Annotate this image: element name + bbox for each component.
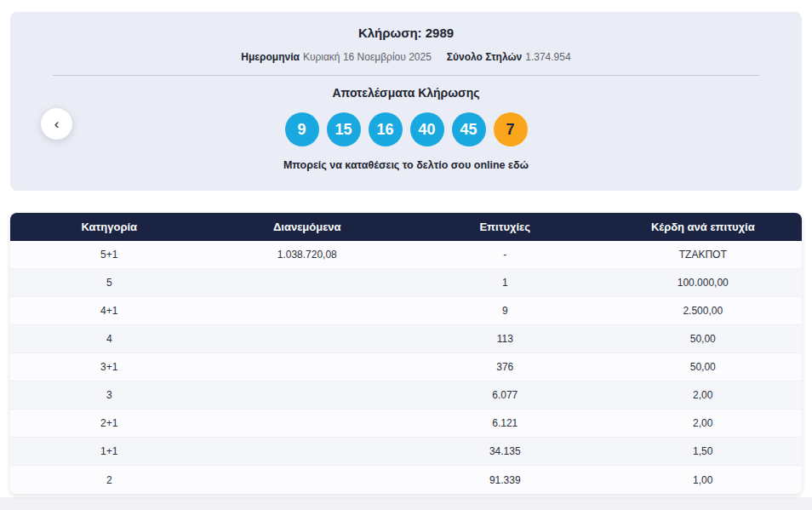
page-background-section [0,497,812,510]
table-row: 291.3391,00 [10,466,802,494]
draw-date-value: Κυριακή 16 Νοεμβρίου 2025 [303,51,432,63]
table-cell [209,269,407,296]
table-cell: 5 [10,269,209,296]
number-ball: 9 [285,112,319,146]
table-body: 5+11.038.720,08-ΤΖΑΚΠΟΤ51100.000,004+192… [10,241,802,494]
table-cell: 91.339 [406,466,604,494]
table-cell [209,353,407,381]
winnings-table: ΚατηγορίαΔιανεμόμεναΕπιτυχίεςΚέρδη ανά ε… [10,213,802,494]
previous-draw-button[interactable]: ‹ [41,108,72,140]
table-cell: 5+1 [10,241,209,268]
table-cell: 6.121 [406,410,604,437]
column-header: Επιτυχίες [406,213,604,241]
table-cell: 1,00 [604,466,803,494]
bonus-number-ball: 7 [494,112,528,146]
draw-title: Κλήρωση: 2989 [10,12,802,41]
table-cell [209,466,407,494]
table-row: 51100.000,00 [10,269,802,297]
table-cell: 1+1 [10,438,209,465]
table-cell: ΤΖΑΚΠΟΤ [604,241,803,268]
total-columns-value: 1.374.954 [525,51,570,63]
table-cell: 34.135 [406,438,604,465]
total-columns: Σύνολο Στηλών1.374.954 [447,51,571,64]
table-cell [209,381,407,409]
table-cell: 100.000,00 [604,269,803,296]
results-title: Αποτελέσματα Κλήρωσης [10,86,802,100]
table-cell: 1.038.720,08 [209,241,407,268]
table-cell: 3+1 [10,353,209,381]
table-row: 36.0772,00 [10,381,802,410]
table-cell: 1,50 [604,438,803,465]
table-cell: 2.500,00 [604,297,803,324]
number-ball: 15 [327,112,361,146]
column-header: Κατηγορία [10,213,209,241]
table-cell: 376 [406,353,604,381]
table-cell [209,297,407,324]
table-cell: 2,00 [604,381,803,409]
draw-date-label: Ημερομηνία [241,51,300,63]
table-row: 5+11.038.720,08-ΤΖΑΚΠΟΤ [10,241,802,269]
column-header: Διανεμόμενα [209,213,407,241]
table-cell [209,410,407,437]
chevron-left-icon: ‹ [54,117,60,131]
draw-summary-card: Κλήρωση: 2989 ΗμερομηνίαΚυριακή 16 Νοεμβ… [10,12,802,191]
table-cell: 9 [406,297,604,324]
table-cell: 50,00 [604,325,803,352]
number-ball: 45 [452,112,486,146]
drawn-numbers: 9151640457 [10,112,802,146]
table-cell: 2+1 [10,410,209,437]
number-ball: 40 [410,112,444,146]
column-header: Κέρδη ανά επιτυχία [604,213,803,241]
table-row: 1+134.1351,50 [10,438,802,466]
divider [53,75,759,76]
table-cell: 3 [10,381,209,409]
table-cell: 4+1 [10,297,209,324]
table-row: 4+192.500,00 [10,297,802,325]
total-columns-label: Σύνολο Στηλών [447,51,522,63]
deposit-online-link[interactable]: Μπορείς να καταθέσεις το δελτίο σου onli… [283,159,529,171]
draw-date: ΗμερομηνίαΚυριακή 16 Νοεμβρίου 2025 [241,51,431,64]
table-cell: 6.077 [406,381,604,409]
number-ball: 16 [369,112,403,146]
table-cell: 50,00 [604,353,803,381]
table-row: 411350,00 [10,325,802,353]
table-cell: 1 [406,269,604,296]
table-cell: 4 [10,325,209,352]
table-cell: 2,00 [604,410,803,437]
draw-meta: ΗμερομηνίαΚυριακή 16 Νοεμβρίου 2025 Σύνο… [10,51,802,64]
table-header-row: ΚατηγορίαΔιανεμόμεναΕπιτυχίεςΚέρδη ανά ε… [10,213,802,241]
table-row: 2+16.1212,00 [10,410,802,438]
table-cell: 113 [406,325,604,352]
table-row: 3+137650,00 [10,353,802,381]
table-cell: 2 [10,466,209,494]
table-cell [209,325,407,352]
table-cell [209,438,407,465]
table-cell: - [406,241,604,268]
